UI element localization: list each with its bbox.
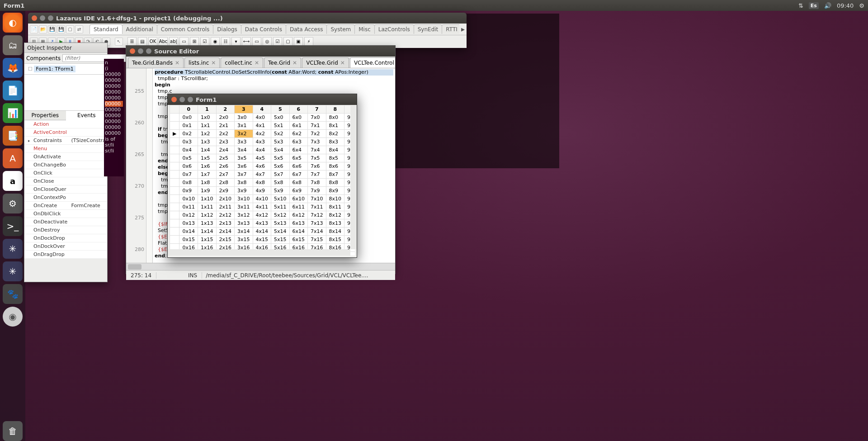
frame-component[interactable]: ▣ xyxy=(294,37,303,46)
component-tab-data-controls[interactable]: Data Controls xyxy=(241,24,286,34)
tabs-scroll-right-icon[interactable]: ▸ xyxy=(459,25,467,33)
event-row[interactable]: Menu xyxy=(24,145,107,153)
close-tab-icon[interactable]: ✕ xyxy=(211,60,216,66)
togglebox-component[interactable]: ⊞ xyxy=(190,37,199,46)
event-row[interactable]: OnClose xyxy=(24,177,107,185)
scrollbar-component[interactable]: ⟷ xyxy=(242,37,251,46)
open-button[interactable]: 📂 xyxy=(39,25,47,33)
ubuntu-dash-icon[interactable]: ◐ xyxy=(3,13,23,33)
sound-icon[interactable]: 🔊 xyxy=(824,2,831,9)
component-tab-standard[interactable]: Standard xyxy=(90,24,123,34)
mainmenu-component[interactable]: ☰ xyxy=(127,37,137,46)
new-unit-button[interactable]: 📄 xyxy=(30,25,38,33)
radiogroup-component[interactable]: ◎ xyxy=(263,37,272,46)
label-component[interactable]: Abc xyxy=(159,37,168,46)
radiobutton-component[interactable]: ◉ xyxy=(211,37,220,46)
cursor-tool-button[interactable]: ↖ xyxy=(115,38,123,46)
event-row[interactable]: OnDockOver xyxy=(24,242,107,251)
tab-events[interactable]: Events xyxy=(66,111,108,120)
network-icon[interactable]: ⇅ xyxy=(798,2,803,9)
memo-component[interactable]: ▭ xyxy=(179,37,189,46)
actionlist-component[interactable]: ⚡ xyxy=(304,37,313,46)
component-tab-additional[interactable]: Additional xyxy=(122,24,157,34)
event-row[interactable]: OnDeactivate xyxy=(24,218,107,226)
component-tab-data-access[interactable]: Data Access xyxy=(286,24,327,34)
writer-icon[interactable]: 📄 xyxy=(3,81,23,100)
ide-titlebar[interactable]: Lazarus IDE v1.6+dfsg-1 - project1 (debu… xyxy=(28,13,467,24)
event-row[interactable]: OnChangeBo xyxy=(24,161,107,169)
firefox-icon[interactable]: 🦊 xyxy=(3,58,23,78)
combobox-component[interactable]: ▾ xyxy=(231,37,241,46)
close-tab-icon[interactable]: ✕ xyxy=(340,60,345,66)
close-icon[interactable] xyxy=(130,48,135,54)
event-row[interactable]: ActiveControl xyxy=(24,128,107,137)
disc-icon[interactable]: ◉ xyxy=(3,307,23,327)
close-tab-icon[interactable]: ✕ xyxy=(292,60,297,66)
source-tab[interactable]: VCLTee.Control✕ xyxy=(350,57,395,68)
form1-titlebar[interactable]: Form1 xyxy=(168,94,357,105)
files-icon[interactable]: 🗂 xyxy=(3,35,23,55)
event-row[interactable]: Action xyxy=(24,120,107,128)
source-tab[interactable]: Tee.Grid.Bands✕ xyxy=(128,57,184,68)
component-tab-system[interactable]: System xyxy=(326,24,355,34)
component-tab-common-controls[interactable]: Common Controls xyxy=(157,24,214,34)
event-row[interactable]: OnContextPo xyxy=(24,194,107,202)
save-button[interactable]: 💾 xyxy=(48,25,56,33)
tee-grid[interactable]: 01234567890x01x02x03x04x05x06x07x08x09x0… xyxy=(170,105,355,256)
gnome-foot-icon[interactable]: 🐾 xyxy=(3,284,23,304)
terminal-icon[interactable]: >_ xyxy=(3,216,23,236)
toggle-form-button[interactable]: ⇄ xyxy=(75,25,83,33)
event-row[interactable]: OnDblClick xyxy=(24,210,107,218)
calc-icon[interactable]: 📊 xyxy=(3,103,23,123)
groupbox-component[interactable]: ▭ xyxy=(252,37,261,46)
source-tab[interactable]: lists.inc✕ xyxy=(184,57,220,68)
maximize-icon[interactable] xyxy=(146,48,151,54)
event-row[interactable]: OnCreateFormCreate xyxy=(24,202,107,210)
grid-horizontal-scrollbar[interactable] xyxy=(168,249,350,256)
button-component[interactable]: OK xyxy=(148,37,157,46)
event-row[interactable]: OnActivate xyxy=(24,153,107,161)
gear-icon[interactable]: ⚙ xyxy=(859,2,864,9)
checkgroup-component[interactable]: ☑ xyxy=(273,37,282,46)
minimize-icon[interactable] xyxy=(138,48,143,54)
close-icon[interactable] xyxy=(32,15,37,21)
amazon-icon[interactable]: a xyxy=(3,171,23,191)
event-row[interactable]: OnCloseQuer xyxy=(24,185,107,194)
new-form-button[interactable]: ▢ xyxy=(66,25,74,33)
popupmenu-component[interactable]: ▤ xyxy=(138,37,147,46)
minimize-icon[interactable] xyxy=(40,15,45,21)
save-all-button[interactable]: 💾 xyxy=(57,25,65,33)
minimize-icon[interactable] xyxy=(179,97,185,102)
trash-icon[interactable]: 🗑 xyxy=(3,421,23,441)
component-tab-dialogs[interactable]: Dialogs xyxy=(213,24,241,34)
lazarus-icon-2[interactable]: ✳ xyxy=(3,261,23,281)
impress-icon[interactable]: 📑 xyxy=(3,126,23,146)
checkbox-component[interactable]: ☑ xyxy=(200,37,209,46)
close-tab-icon[interactable]: ✕ xyxy=(175,60,179,66)
source-tab[interactable]: VCLTee.Grid✕ xyxy=(302,57,349,68)
keyboard-layout[interactable]: Es xyxy=(809,2,819,9)
panel-component[interactable]: ▢ xyxy=(283,37,292,46)
maximize-icon[interactable] xyxy=(188,97,193,102)
event-row[interactable]: OnDestroy xyxy=(24,226,107,234)
source-tab[interactable]: Tee.Grid✕ xyxy=(264,57,301,68)
event-row[interactable]: OnDockDrop xyxy=(24,234,107,242)
object-inspector-title[interactable]: Object Inspector xyxy=(24,43,107,53)
source-editor-titlebar[interactable]: Source Editor xyxy=(126,46,395,57)
event-row[interactable]: Constraints(TSizeConstra xyxy=(24,137,107,145)
close-tab-icon[interactable]: ✕ xyxy=(255,60,259,66)
component-tab-rtti[interactable]: RTTI xyxy=(442,24,459,34)
component-tab-misc[interactable]: Misc xyxy=(354,24,375,34)
grid-vertical-scrollbar[interactable] xyxy=(350,105,357,249)
component-tree[interactable]: ☐ Form1: TForm1 xyxy=(24,64,107,75)
component-tab-synedit[interactable]: SynEdit xyxy=(414,24,443,34)
software-center-icon[interactable]: A xyxy=(3,148,23,168)
edit-component[interactable]: ab| xyxy=(169,37,178,46)
horizontal-scrollbar[interactable] xyxy=(126,263,395,270)
source-tab[interactable]: collect.inc✕ xyxy=(221,57,263,68)
close-icon[interactable] xyxy=(171,97,177,102)
lazarus-icon[interactable]: ✳ xyxy=(3,239,23,259)
event-row[interactable]: OnClick xyxy=(24,169,107,177)
tab-properties[interactable]: Properties xyxy=(24,111,66,120)
system-settings-icon[interactable]: ⚙ xyxy=(3,194,23,213)
